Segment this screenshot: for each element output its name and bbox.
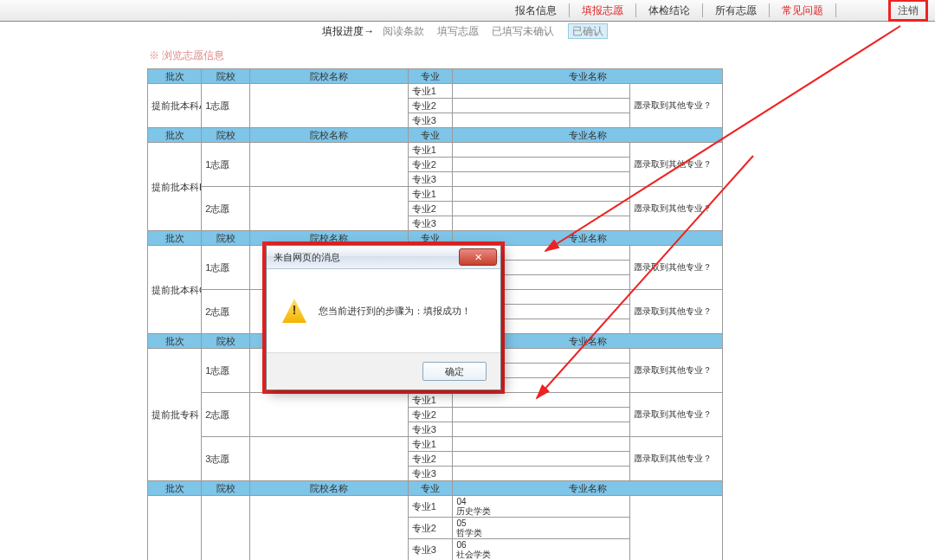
accept-other-cell: 愿录取到其他专业？ — [629, 290, 722, 334]
school-name-cell — [250, 143, 409, 187]
accept-other-cell: 愿录取到其他专业？是 — [629, 496, 722, 561]
hdr-batch: 批次 — [148, 334, 202, 349]
major-name-cell — [453, 172, 629, 187]
major-slot: 专业1 — [408, 143, 453, 158]
major-slot: 专业3 — [408, 113, 453, 128]
hdr-school: 院校 — [202, 481, 250, 496]
dialog-footer: 确定 — [267, 352, 500, 389]
hdr-batch: 批次 — [148, 69, 202, 84]
pref-cell: 3志愿 — [202, 437, 250, 481]
school-name-cell — [250, 187, 409, 231]
batch-cell: 提前批本科B段 — [148, 143, 202, 231]
major-slot: 专业1 — [408, 187, 453, 202]
pref-cell: 1志愿 — [202, 349, 250, 393]
major-slot: 专业2 — [408, 158, 453, 172]
pref-cell: 2志愿 — [202, 290, 250, 334]
logout-highlight: 注销 — [888, 0, 928, 22]
major-slot: 专业3 — [408, 422, 453, 437]
major-name-cell — [453, 437, 629, 452]
alert-dialog: 来自网页的消息 ✕ 您当前进行到的步骤为：填报成功！ 确定 — [266, 245, 501, 390]
hdr-major-name: 专业名称 — [453, 69, 723, 84]
dialog-message: 您当前进行到的步骤为：填报成功！ — [319, 305, 471, 318]
nav-baoming[interactable]: 报名信息 — [503, 3, 570, 17]
major-slot: 专业3 — [408, 172, 453, 187]
hdr-batch: 批次 — [148, 231, 202, 246]
batch-cell — [148, 496, 202, 561]
major-slot: 专业1 — [408, 84, 453, 99]
pref-cell: A志愿 — [202, 496, 250, 561]
major-slot: 专业2 — [408, 202, 453, 216]
batch-cell: 提前批专科 — [148, 349, 202, 481]
accept-other-cell: 愿录取到其他专业？ — [629, 349, 722, 393]
major-name-cell — [453, 452, 629, 467]
progress-step-3: 已确认 — [568, 23, 608, 39]
pref-cell: 1志愿 — [202, 84, 250, 128]
major-name-cell — [453, 158, 629, 172]
hdr-batch: 批次 — [148, 481, 202, 496]
dialog-ok-button[interactable]: 确定 — [422, 362, 487, 381]
school-name-cell — [250, 437, 409, 481]
accept-other-cell: 愿录取到其他专业？ — [629, 246, 722, 290]
dialog-body: 您当前进行到的步骤为：填报成功！ — [267, 269, 500, 352]
hdr-school: 院校 — [202, 128, 250, 143]
major-name-cell — [453, 393, 629, 408]
hdr-school-name: 院校名称 — [250, 69, 409, 84]
major-name-cell: 05哲学类 — [453, 518, 629, 539]
accept-other-cell: 愿录取到其他专业？ — [629, 187, 722, 231]
hdr-school: 院校 — [202, 334, 250, 349]
hdr-batch: 批次 — [148, 128, 202, 143]
major-name-cell — [453, 84, 629, 99]
major-slot: 专业2 — [408, 518, 453, 539]
hdr-major-name: 专业名称 — [453, 128, 723, 143]
school-name-cell — [250, 393, 409, 437]
major-name-cell — [453, 467, 629, 481]
school-name-cell: 1001 北京大学 — [250, 496, 409, 561]
progress-label: 填报进度→ — [322, 25, 374, 37]
nav-tijian[interactable]: 体检结论 — [636, 3, 703, 17]
hdr-major: 专业 — [408, 481, 453, 496]
warning-icon — [282, 299, 306, 323]
major-name-cell — [453, 216, 629, 231]
major-slot: 专业2 — [408, 452, 453, 467]
top-nav: 报名信息 填报志愿 体检结论 所有志愿 常见问题 注销 — [0, 0, 935, 22]
major-slot: 专业3 — [408, 467, 453, 481]
pref-cell: 1志愿 — [202, 246, 250, 290]
dialog-titlebar: 来自网页的消息 ✕ — [267, 246, 500, 269]
accept-other-cell: 愿录取到其他专业？ — [629, 393, 722, 437]
school-name-cell — [250, 84, 409, 128]
accept-other-cell: 愿录取到其他专业？ — [629, 437, 722, 481]
pref-cell: 2志愿 — [202, 393, 250, 437]
major-slot: 专业2 — [408, 99, 453, 113]
nav-faq[interactable]: 常见问题 — [770, 3, 836, 17]
batch-cell: 提前批本科A段 — [148, 84, 202, 128]
panel-title: ※ 浏览志愿信息 — [147, 45, 723, 68]
major-slot: 专业1 — [408, 393, 453, 408]
major-slot: 专业1 — [408, 437, 453, 452]
progress-bar: 填报进度→ 阅读条款 填写志愿 已填写未确认 已确认 — [0, 22, 935, 41]
major-name-cell — [453, 408, 629, 422]
major-name-cell — [453, 202, 629, 216]
hdr-school: 院校 — [202, 69, 250, 84]
major-name-cell — [453, 99, 629, 113]
hdr-major: 专业 — [408, 128, 453, 143]
major-name-cell — [453, 422, 629, 437]
progress-step-0: 阅读条款 — [383, 25, 424, 37]
logout-link[interactable]: 注销 — [893, 4, 924, 16]
hdr-school-name: 院校名称 — [250, 128, 409, 143]
major-name-cell — [453, 187, 629, 202]
major-name-cell — [453, 113, 629, 128]
major-slot: 专业3 — [408, 216, 453, 231]
nav-suoyou[interactable]: 所有志愿 — [703, 3, 770, 17]
major-slot: 专业1 — [408, 496, 453, 518]
hdr-school-name: 院校名称 — [250, 481, 409, 496]
hdr-major: 专业 — [408, 69, 453, 84]
dialog-highlight: 来自网页的消息 ✕ 您当前进行到的步骤为：填报成功！ 确定 — [262, 241, 505, 394]
nav-tianbao[interactable]: 填报志愿 — [570, 3, 636, 17]
major-name-cell: 04历史学类 — [453, 496, 629, 518]
dialog-close-button[interactable]: ✕ — [459, 248, 497, 266]
major-slot: 专业2 — [408, 408, 453, 422]
pref-cell: 2志愿 — [202, 187, 250, 231]
dialog-title: 来自网页的消息 — [267, 251, 340, 264]
accept-other-cell: 愿录取到其他专业？ — [629, 84, 722, 128]
major-slot: 专业3 — [408, 539, 453, 561]
